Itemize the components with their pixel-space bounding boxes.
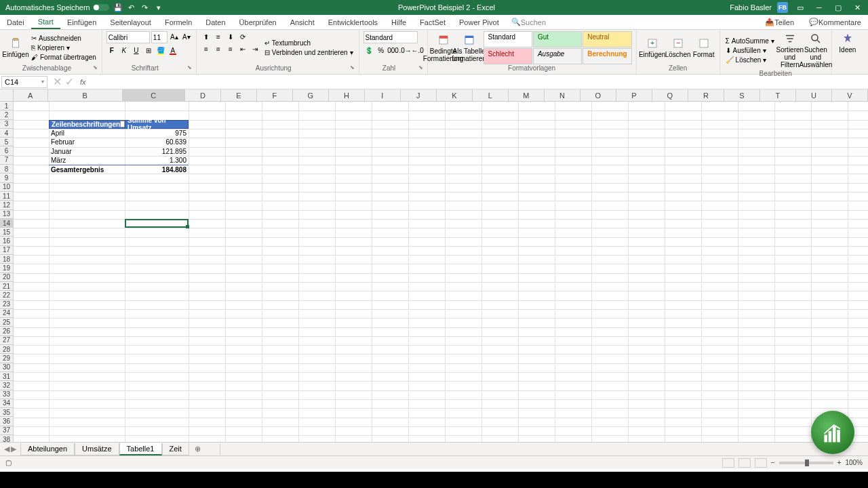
row-header[interactable]: 28	[0, 345, 14, 354]
column-header[interactable]: E	[221, 89, 257, 102]
fill-button[interactable]: ⬇ Ausfüllen ▾	[724, 46, 776, 55]
column-header[interactable]: R	[688, 89, 724, 102]
row-header[interactable]: 4	[0, 129, 14, 138]
column-header[interactable]: Q	[652, 89, 688, 102]
underline-button[interactable]: U	[131, 45, 142, 56]
menu-tab-power pivot[interactable]: Power Pivot	[452, 15, 506, 29]
align-center-icon[interactable]: ≡	[213, 43, 224, 54]
insert-cells-button[interactable]: +Einfügen	[641, 31, 664, 64]
row-header[interactable]: 36	[0, 417, 14, 426]
fill-color-button[interactable]: 🪣	[155, 45, 166, 56]
border-button[interactable]: ⊞	[143, 45, 154, 56]
row-header[interactable]: 33	[0, 390, 14, 399]
zoom-out-icon[interactable]: −	[771, 459, 775, 466]
column-header[interactable]: K	[437, 89, 473, 102]
normal-view-icon[interactable]	[722, 458, 734, 468]
row-header[interactable]: 24	[0, 309, 14, 318]
column-header[interactable]: I	[365, 89, 401, 102]
copy-button[interactable]: ⎘ Kopieren ▾	[30, 43, 98, 52]
spreadsheet-grid[interactable]: ABCDEFGHIJKLMNOPQRSTUV 12345678910111213…	[0, 89, 868, 442]
column-header[interactable]: B	[48, 89, 123, 102]
select-all-corner[interactable]	[0, 89, 14, 102]
row-header[interactable]: 3	[0, 120, 14, 129]
row-header[interactable]: 14	[0, 219, 14, 228]
indent-decrease-icon[interactable]: ⇤	[237, 43, 248, 54]
currency-icon[interactable]: 💲	[363, 45, 374, 56]
clear-button[interactable]: 🧹 Löschen ▾	[724, 56, 776, 64]
sheet-tab[interactable]: Umsätze	[75, 443, 119, 455]
font-color-button[interactable]: A	[167, 45, 178, 56]
add-sheet-button[interactable]: ⊕	[189, 445, 206, 453]
row-header[interactable]: 26	[0, 327, 14, 336]
menu-tab-einfügen[interactable]: Einfügen	[60, 15, 103, 29]
paste-button[interactable]: Einfügen	[4, 31, 27, 64]
row-header[interactable]: 6	[0, 146, 14, 155]
column-header[interactable]: L	[473, 89, 509, 102]
column-header[interactable]: G	[293, 89, 329, 102]
row-header[interactable]: 22	[0, 291, 14, 300]
row-header[interactable]: 30	[0, 363, 14, 372]
user-name[interactable]: Fabio Basler	[730, 3, 772, 12]
bold-button[interactable]: F	[106, 45, 117, 56]
row-header[interactable]: 15	[0, 228, 14, 237]
row-header[interactable]: 12	[0, 201, 14, 209]
cancel-formula-icon[interactable]: ✕	[52, 75, 62, 88]
column-header[interactable]: J	[401, 89, 437, 102]
number-format-select[interactable]	[363, 31, 418, 43]
column-header[interactable]: O	[580, 89, 616, 102]
ribbon-options-icon[interactable]: ▭	[793, 3, 807, 12]
indent-increase-icon[interactable]: ⇥	[250, 43, 260, 54]
delete-cells-button[interactable]: −Löschen	[667, 31, 690, 64]
save-icon[interactable]: 💾	[113, 3, 123, 12]
column-header[interactable]: D	[185, 89, 221, 102]
align-left-icon[interactable]: ≡	[201, 43, 212, 54]
confirm-formula-icon[interactable]: ✓	[64, 75, 75, 88]
ideas-button[interactable]: Ideen	[836, 31, 859, 55]
row-header[interactable]: 23	[0, 300, 14, 309]
row-header[interactable]: 5	[0, 138, 14, 146]
find-select-button[interactable]: Suchen und Auswählen	[804, 31, 827, 70]
style-schlecht[interactable]: Schlecht	[484, 48, 532, 64]
menu-tab-formeln[interactable]: Formeln	[158, 15, 199, 29]
merge-button[interactable]: ⊟ Verbinden und zentrieren ▾	[263, 48, 355, 57]
row-header[interactable]: 10	[0, 183, 14, 192]
row-header[interactable]: 35	[0, 408, 14, 417]
column-header[interactable]: F	[257, 89, 293, 102]
search-box[interactable]: 🔍 Suchen	[506, 15, 551, 29]
row-header[interactable]: 20	[0, 273, 14, 282]
close-icon[interactable]: ✕	[850, 3, 864, 12]
user-avatar[interactable]: FB	[777, 2, 788, 13]
autosum-button[interactable]: Σ AutoSumme ▾	[724, 37, 776, 45]
menu-tab-factset[interactable]: FactSet	[413, 15, 452, 29]
column-header[interactable]: M	[509, 89, 545, 102]
zoom-level[interactable]: 100%	[845, 459, 863, 466]
menu-tab-seitenlayout[interactable]: Seitenlayout	[103, 15, 158, 29]
row-header[interactable]: 32	[0, 381, 14, 390]
share-button[interactable]: 📤 Teilen	[758, 18, 801, 26]
row-header[interactable]: 11	[0, 192, 14, 201]
style-berechnung[interactable]: Berechnung	[583, 48, 631, 64]
row-header[interactable]: 31	[0, 372, 14, 381]
menu-tab-start[interactable]: Start	[31, 15, 60, 29]
row-header[interactable]: 18	[0, 255, 14, 264]
align-top-icon[interactable]: ⬆	[201, 31, 212, 42]
menu-tab-daten[interactable]: Daten	[199, 15, 232, 29]
fx-icon[interactable]: fx	[77, 78, 89, 86]
zoom-in-icon[interactable]: +	[837, 459, 842, 466]
align-middle-icon[interactable]: ≡	[213, 31, 224, 42]
zoom-slider[interactable]	[779, 462, 833, 464]
menu-tab-ansicht[interactable]: Ansicht	[283, 15, 321, 29]
row-header[interactable]: 27	[0, 336, 14, 345]
formula-input[interactable]	[89, 76, 868, 88]
record-macro-icon[interactable]: ▢	[5, 459, 12, 466]
row-header[interactable]: 21	[0, 282, 14, 291]
row-header[interactable]: 25	[0, 318, 14, 327]
cut-button[interactable]: ✂ Ausschneiden	[30, 34, 98, 43]
increase-decimal-icon[interactable]: .0→	[400, 45, 411, 56]
font-launcher[interactable]: ⬊	[184, 64, 192, 73]
style-standard[interactable]: Standard	[484, 31, 532, 47]
undo-icon[interactable]: ↶	[127, 3, 136, 12]
column-header[interactable]: T	[760, 89, 796, 102]
format-as-table-button[interactable]: Als Tabelle formatieren	[458, 31, 481, 64]
horizontal-scrollbar[interactable]	[220, 444, 868, 455]
